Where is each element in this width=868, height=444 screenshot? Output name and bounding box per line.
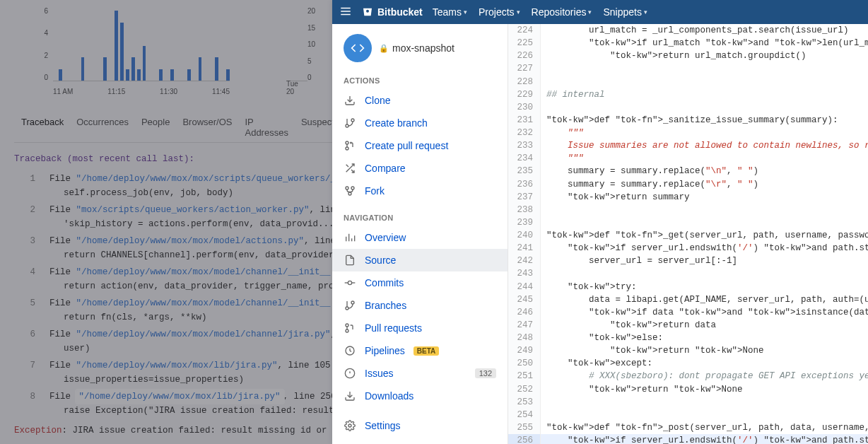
code-line: 250 "tok-kw">except: (508, 357, 868, 370)
tab-ip-addresses[interactable]: IP Addresses (245, 117, 288, 138)
tab-suspect[interactable]: Suspect (301, 117, 334, 138)
code-line: 232 """ (508, 127, 868, 139)
line-number[interactable]: 231 (508, 114, 541, 127)
traceback-file-path[interactable]: "/home/deploy/www/mox/mox/model/channel/… (76, 298, 352, 308)
topnav-teams[interactable]: Teams▾ (433, 6, 467, 18)
line-number[interactable]: 250 (508, 357, 541, 370)
sidebar-create-pull-request[interactable]: Create pull request (332, 134, 508, 157)
line-number[interactable]: 245 (508, 293, 541, 306)
code-line: 252 "tok-kw">return "tok-kw">None (508, 383, 868, 396)
pr-icon (344, 139, 356, 152)
line-number[interactable]: 232 (508, 127, 541, 139)
gear-icon (344, 419, 356, 432)
overview-icon (344, 231, 356, 244)
lock-icon: 🔒 (379, 44, 389, 53)
traceback-file-path[interactable]: "/home/deploy/www/mox/mox/model/actions.… (76, 236, 305, 246)
svg-point-35 (348, 424, 351, 427)
line-number[interactable]: 233 (508, 139, 541, 152)
sidebar-branches[interactable]: Branches (332, 294, 508, 317)
sidebar-pipelines[interactable]: PipelinesBETA (332, 339, 508, 362)
line-number[interactable]: 242 (508, 255, 541, 267)
sidebar-fork[interactable]: Fork (332, 180, 508, 202)
traceback-file-path[interactable]: "mox/scripts/queue_workers/action_worker… (76, 205, 310, 215)
traceback-file-path[interactable]: "/home/deploy/www/mox/mox/lib/jira.py" (76, 361, 278, 370)
sidebar-item-label: Create branch (365, 117, 428, 129)
sidebar-create-branch[interactable]: Create branch (332, 112, 508, 134)
code-line: 233 Issue summaries are not allowed to c… (508, 139, 868, 152)
line-number[interactable]: 252 (508, 383, 541, 396)
settings-label: Settings (365, 420, 401, 431)
traceback-file-path[interactable]: "/home/deploy/www/mox/mox/lib/jira.py" (76, 390, 283, 403)
code-line: 242 server_url = server_url[:-1] (508, 255, 868, 267)
line-number[interactable]: 256 (508, 434, 541, 444)
line-number[interactable]: 226 (508, 49, 541, 62)
topnav-snippets[interactable]: Snippets▾ (603, 6, 647, 18)
repo-name: mox-snapshot (392, 42, 454, 54)
sidebar-item-label: Pull requests (365, 322, 422, 334)
code-line: 245 data = libapi.get(API_NAME, server_u… (508, 293, 868, 306)
topnav-projects[interactable]: Projects▾ (479, 6, 520, 18)
repo-header[interactable]: 🔒 mox-snapshot (332, 34, 508, 72)
topnav-repositories[interactable]: Repositories▾ (532, 6, 592, 18)
sidebar-compare[interactable]: Compare (332, 157, 508, 180)
line-number[interactable]: 251 (508, 370, 541, 382)
line-number[interactable]: 255 (508, 421, 541, 434)
traceback-file-path[interactable]: "/home/deploy/www/mox/mox/model/channel/… (76, 329, 331, 339)
sidebar-pull-requests[interactable]: Pull requests (332, 317, 508, 339)
line-number[interactable]: 224 (508, 24, 541, 37)
bitbucket-brand[interactable]: Bitbucket (362, 6, 423, 18)
events-chart-left: 6420 11 AM11:1511:3011:45 (14, 7, 247, 99)
compare-icon (344, 162, 356, 175)
events-chart-right: 20151050 Tue 20 (247, 7, 325, 99)
sidebar-settings[interactable]: Settings (332, 414, 508, 437)
line-number[interactable]: 240 (508, 229, 541, 242)
branch-icon (344, 117, 356, 129)
traceback-file-path[interactable]: "/home/deploy/www/mox/mox/model/channel/… (76, 267, 352, 277)
tab-browser-os[interactable]: Browser/OS (182, 117, 232, 138)
code-line: 243 (508, 267, 868, 280)
line-number[interactable]: 225 (508, 37, 541, 49)
source-code-pane[interactable]: 224 url_match = _url_components_pat.sear… (508, 24, 868, 444)
tab-people[interactable]: People (141, 117, 170, 138)
sidebar-overview[interactable]: Overview (332, 226, 508, 249)
line-number[interactable]: 253 (508, 396, 541, 409)
line-number[interactable]: 229 (508, 88, 541, 101)
line-number[interactable]: 247 (508, 319, 541, 332)
sidebar-source[interactable]: Source (332, 249, 508, 271)
line-number[interactable]: 230 (508, 101, 541, 114)
svg-point-5 (351, 119, 354, 122)
code-line: 236 summary = summary.replace("\r", " ") (508, 178, 868, 191)
code-line: 249 "tok-kw">return "tok-kw">None (508, 344, 868, 357)
line-number[interactable]: 254 (508, 409, 541, 421)
line-number[interactable]: 243 (508, 267, 541, 280)
code-line: 238 (508, 204, 868, 216)
line-number[interactable]: 249 (508, 344, 541, 357)
line-number[interactable]: 239 (508, 216, 541, 229)
line-number[interactable]: 227 (508, 62, 541, 75)
sidebar-commits[interactable]: Commits (332, 271, 508, 294)
line-number[interactable]: 248 (508, 332, 541, 344)
line-number[interactable]: 241 (508, 242, 541, 255)
sidebar-item-label: Branches (365, 300, 406, 311)
sidebar-clone[interactable]: Clone (332, 89, 508, 112)
section-actions-header: ACTIONS (332, 72, 508, 89)
hamburger-icon[interactable] (339, 5, 352, 20)
count-badge: 132 (475, 368, 496, 378)
line-number[interactable]: 228 (508, 76, 541, 88)
tab-traceback[interactable]: Traceback (21, 117, 64, 138)
line-number[interactable]: 236 (508, 178, 541, 191)
tab-occurrences[interactable]: Occurrences (76, 117, 129, 138)
line-number[interactable]: 244 (508, 281, 541, 293)
line-number[interactable]: 235 (508, 165, 541, 177)
sidebar-issues[interactable]: Issues132 (332, 362, 508, 385)
svg-point-15 (351, 187, 354, 189)
line-number[interactable]: 237 (508, 191, 541, 204)
svg-point-13 (348, 192, 351, 195)
sidebar-downloads[interactable]: Downloads (332, 385, 508, 407)
code-line: 237 "tok-kw">return summary (508, 191, 868, 204)
line-number[interactable]: 234 (508, 152, 541, 165)
source-icon (344, 254, 356, 267)
line-number[interactable]: 238 (508, 204, 541, 216)
code-line: 239 (508, 216, 868, 229)
line-number[interactable]: 246 (508, 306, 541, 319)
